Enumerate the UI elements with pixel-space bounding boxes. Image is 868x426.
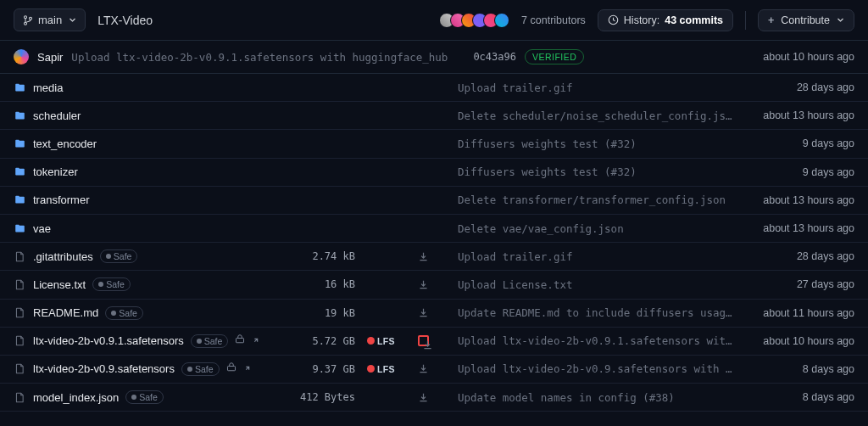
name-cell: text_encoder <box>14 137 285 150</box>
contribute-label: Contribute <box>781 14 830 26</box>
file-size: 2.74 kB <box>292 250 355 262</box>
file-row: ltx-video-2b-v0.9.safetensorsSafe9.37 GB… <box>0 356 868 384</box>
name-cell: scheduler <box>14 109 285 122</box>
file-size: 412 Bytes <box>292 391 355 403</box>
verified-badge: VERIFIED <box>525 49 584 64</box>
branch-icon <box>23 15 33 25</box>
branch-selector[interactable]: main <box>14 8 86 31</box>
folder-row: text_encoderDiffusers weights test (#32)… <box>0 130 868 158</box>
commits-count: 43 commits <box>665 14 723 26</box>
commit-info: Sapir Upload ltx-video-2b-v0.9.1.safeten… <box>14 49 744 64</box>
contributors-count[interactable]: 7 contributors <box>521 14 586 26</box>
contributor-avatars[interactable] <box>439 13 509 28</box>
name-cell: media <box>14 81 285 94</box>
commit-sha[interactable]: 0c43a96 <box>473 51 516 63</box>
lfs-label: LFS <box>377 364 395 374</box>
repo-name[interactable]: LTX-Video <box>97 14 153 27</box>
file-name[interactable]: .gitattributes <box>33 250 93 263</box>
header-right: 7 contributors History: 43 commits + Con… <box>439 9 854 31</box>
plus-icon: + <box>768 14 774 26</box>
branch-name: main <box>38 14 62 26</box>
commit-message[interactable]: Upload ltx-video-2b-v0.9.1.safetensors w… <box>71 51 448 64</box>
folder-icon <box>14 137 26 150</box>
file-name[interactable]: ltx-video-2b-v0.9.1.safetensors <box>33 334 184 347</box>
safe-badge: Safe <box>100 249 138 263</box>
file-row: ltx-video-2b-v0.9.1.safetensorsSafe5.72 … <box>0 328 868 356</box>
latest-commit-bar: Sapir Upload ltx-video-2b-v0.9.1.safeten… <box>0 41 868 74</box>
file-size: 5.72 GB <box>292 335 355 347</box>
file-time: 9 days ago <box>744 166 854 178</box>
file-time: about 13 hours ago <box>744 222 854 234</box>
file-name[interactable]: tokenizer <box>33 165 78 178</box>
download-cell <box>412 335 434 346</box>
pickle-icon[interactable] <box>235 334 245 347</box>
name-cell: License.txtSafe <box>14 277 285 291</box>
contribute-button[interactable]: + Contribute <box>758 9 854 31</box>
commit-author[interactable]: Sapir <box>37 51 63 64</box>
history-label: History: <box>624 14 659 26</box>
author-avatar[interactable] <box>14 49 29 64</box>
commit-message[interactable]: Delete scheduler/noise_scheduler_config.… <box>458 109 737 122</box>
download-icon[interactable] <box>418 335 429 346</box>
external-link-icon[interactable] <box>252 334 260 347</box>
svg-point-0 <box>25 15 27 18</box>
commit-message[interactable]: Upload License.txt <box>458 278 737 291</box>
folder-row: schedulerDelete scheduler/noise_schedule… <box>0 102 868 130</box>
download-icon[interactable] <box>418 307 429 318</box>
name-cell: ltx-video-2b-v0.9.1.safetensorsSafe <box>14 334 285 348</box>
file-name[interactable]: ltx-video-2b-v0.9.safetensors <box>33 362 175 375</box>
name-cell: README.mdSafe <box>14 306 285 320</box>
download-icon[interactable] <box>418 279 429 290</box>
history-button[interactable]: History: 43 commits <box>598 9 733 31</box>
file-name[interactable]: scheduler <box>33 109 81 122</box>
file-name[interactable]: text_encoder <box>33 137 97 150</box>
folder-icon <box>14 81 26 94</box>
file-time: 8 days ago <box>744 363 854 375</box>
commit-message[interactable]: Update README.md to include diffusers us… <box>458 306 737 319</box>
commit-message[interactable]: Diffusers weights test (#32) <box>458 137 737 150</box>
file-size: 16 kB <box>292 278 355 290</box>
file-name[interactable]: model_index.json <box>33 391 119 404</box>
file-icon <box>14 306 26 319</box>
file-name[interactable]: License.txt <box>33 278 86 291</box>
folder-icon <box>14 193 26 206</box>
download-cell <box>412 392 434 403</box>
file-row: License.txtSafe16 kBUpload License.txt27… <box>0 271 868 299</box>
file-name[interactable]: transformer <box>33 193 89 206</box>
name-cell: .gitattributesSafe <box>14 249 285 263</box>
file-row: model_index.jsonSafe412 BytesUpdate mode… <box>0 384 868 412</box>
lfs-dot-icon <box>367 337 375 345</box>
safe-badge: Safe <box>181 362 220 376</box>
download-cell <box>412 363 434 374</box>
pickle-icon[interactable] <box>226 362 236 375</box>
svg-point-2 <box>30 17 32 20</box>
file-time: about 10 hours ago <box>744 335 854 347</box>
commit-message[interactable]: Upload trailer.gif <box>458 250 737 263</box>
chevron-down-icon <box>69 16 76 24</box>
download-icon[interactable] <box>418 363 429 374</box>
file-row: .gitattributesSafe2.74 kBUpload trailer.… <box>0 243 868 271</box>
commit-message[interactable]: Upload trailer.gif <box>458 81 737 94</box>
file-name[interactable]: vae <box>33 222 51 235</box>
name-cell: model_index.jsonSafe <box>14 390 285 404</box>
commit-message[interactable]: Update model names in config (#38) <box>458 391 737 404</box>
file-icon <box>14 250 26 263</box>
commit-message[interactable]: Delete transformer/transformer_config.js… <box>458 193 737 206</box>
download-icon[interactable] <box>418 392 429 403</box>
file-name[interactable]: README.md <box>33 306 98 319</box>
commit-message[interactable]: Delete vae/vae_config.json <box>458 222 737 235</box>
file-icon <box>14 362 26 375</box>
commit-message[interactable]: Upload ltx-video-2b-v0.9.safetensors wit… <box>458 362 737 375</box>
commit-message[interactable]: Diffusers weights test (#32) <box>458 165 737 178</box>
commit-message[interactable]: Upload ltx-video-2b-v0.9.1.safetensors w… <box>458 334 737 347</box>
external-link-icon[interactable] <box>243 362 252 375</box>
file-time: 9 days ago <box>744 137 854 149</box>
download-icon[interactable] <box>418 251 429 262</box>
file-time: 28 days ago <box>744 81 854 93</box>
avatar <box>494 13 509 28</box>
file-name[interactable]: media <box>33 81 63 94</box>
file-time: about 13 hours ago <box>744 109 854 121</box>
download-cell <box>412 307 434 318</box>
commit-time: about 10 hours ago <box>744 51 854 63</box>
file-row: README.mdSafe19 kBUpdate README.md to in… <box>0 300 868 328</box>
